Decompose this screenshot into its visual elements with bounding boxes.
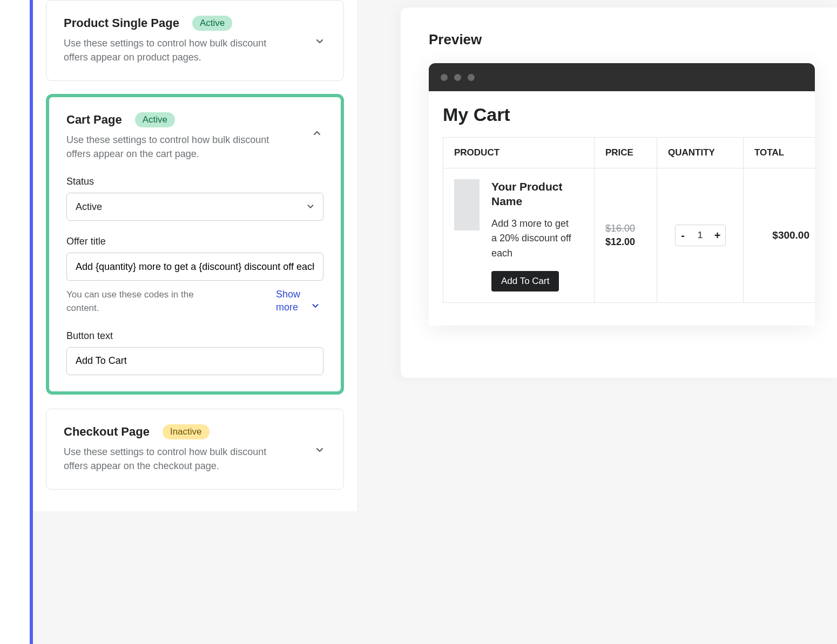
product-thumbnail <box>454 179 480 231</box>
table-row: Your Product Name Add 3 more to get a 20… <box>443 168 815 303</box>
browser-mock: My Cart PRODUCT PRICE QUANTITY TOTAL <box>429 63 815 326</box>
label-status: Status <box>66 176 323 187</box>
preview-panel: Preview My Cart PRODUCT PRICE QUANTITY T… <box>401 8 837 378</box>
label-button-text: Button text <box>66 330 323 342</box>
expand-toggle[interactable] <box>310 32 329 51</box>
offer-title-input[interactable] <box>66 253 323 281</box>
status-select-value: Active <box>76 201 102 213</box>
card-title: Checkout Page <box>64 425 150 439</box>
card-checkout-page[interactable]: Checkout Page Inactive Use these setting… <box>46 409 344 490</box>
chevron-down-icon <box>314 36 325 47</box>
chevron-down-icon <box>314 445 325 456</box>
preview-heading: Preview <box>429 31 837 48</box>
card-product-single[interactable]: Product Single Page Active Use these set… <box>46 0 344 81</box>
window-dot <box>441 74 448 81</box>
col-product: PRODUCT <box>443 138 595 168</box>
chevron-up-icon <box>312 127 322 138</box>
qty-increment-button[interactable]: + <box>710 225 725 246</box>
product-name: Your Product Name <box>491 179 578 209</box>
show-more-link[interactable]: Show more <box>276 288 323 314</box>
browser-titlebar <box>429 63 815 91</box>
table-header-row: PRODUCT PRICE QUANTITY TOTAL <box>443 138 815 168</box>
window-dot <box>454 74 461 81</box>
cart-table: PRODUCT PRICE QUANTITY TOTAL Your Produc… <box>443 137 815 303</box>
chevron-down-icon <box>306 202 315 212</box>
price-discounted: $12.00 <box>605 236 646 248</box>
col-total: TOTAL <box>744 138 815 168</box>
card-cart-page: Cart Page Active Use these settings to c… <box>46 94 344 394</box>
status-badge-inactive: Inactive <box>163 424 210 439</box>
status-badge-active: Active <box>192 16 232 31</box>
price-original: $16.00 <box>605 223 646 234</box>
collapse-toggle[interactable] <box>307 123 327 143</box>
card-title: Cart Page <box>66 113 122 127</box>
show-more-label: Show more <box>276 288 305 314</box>
status-badge-active: Active <box>135 112 175 127</box>
cart-title: My Cart <box>443 104 815 125</box>
product-offer-text: Add 3 more to get a 20% discount off eac… <box>491 216 572 262</box>
quantity-stepper[interactable]: - 1 + <box>675 225 726 246</box>
outer-left-gutter <box>0 0 30 644</box>
button-text-input[interactable] <box>66 347 323 375</box>
expand-toggle[interactable] <box>310 440 329 460</box>
offer-title-help: You can use these codes in the content. <box>66 288 218 315</box>
card-title: Product Single Page <box>64 16 179 30</box>
card-description: Use these settings to control how bulk d… <box>66 133 272 161</box>
qty-value: 1 <box>691 230 710 241</box>
offer-title-input-field[interactable] <box>76 261 314 273</box>
row-total: $300.00 <box>744 168 815 303</box>
settings-column: Product Single Page Active Use these set… <box>33 0 357 511</box>
status-select[interactable]: Active <box>66 193 323 221</box>
col-price: PRICE <box>595 138 657 168</box>
card-description: Use these settings to control how bulk d… <box>64 445 269 473</box>
button-text-input-field[interactable] <box>76 355 314 367</box>
window-dot <box>468 74 475 81</box>
qty-decrement-button[interactable]: - <box>676 225 691 246</box>
col-quantity: QUANTITY <box>657 138 744 168</box>
label-offer-title: Offer title <box>66 236 323 247</box>
preview-body: My Cart PRODUCT PRICE QUANTITY TOTAL <box>429 91 815 326</box>
card-description: Use these settings to control how bulk d… <box>64 36 269 64</box>
add-to-cart-button[interactable]: Add To Cart <box>491 271 559 292</box>
chevron-down-icon <box>310 295 320 308</box>
